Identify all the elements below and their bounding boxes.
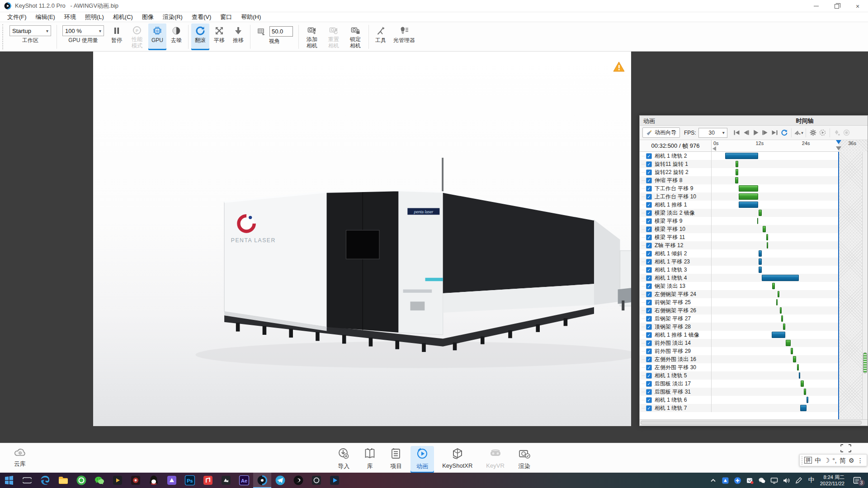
app-black-circle-icon[interactable] [289, 473, 307, 488]
taskbar-clock[interactable]: 8:24 周二 2022/11/22 [818, 474, 848, 487]
keyframe-bar[interactable] [739, 185, 758, 192]
work-area-start-marker[interactable] [712, 146, 716, 151]
screenshot-frame-icon[interactable] [840, 444, 852, 453]
track-label[interactable]: 旋转22 旋转 2 [655, 169, 689, 176]
performance-mode-button[interactable]: P性能模式 [127, 23, 147, 50]
tools-button[interactable]: 工具 [372, 23, 390, 50]
track-label[interactable]: Z轴 平移 12 [655, 242, 683, 249]
keyframe-bar[interactable] [739, 193, 758, 200]
scrollbar-thumb[interactable] [863, 352, 867, 373]
lock-camera-button[interactable]: 锁定相机 [345, 23, 366, 50]
menu-item[interactable]: 编辑(E) [31, 12, 60, 22]
track-label[interactable]: 后钢架 平移 27 [655, 315, 691, 323]
step-back-button[interactable] [741, 128, 751, 138]
animation-panel-header[interactable]: 动画 时间轴 [640, 116, 868, 126]
track-expander[interactable]: ⋯ [642, 276, 646, 280]
track-label[interactable]: 左侧外围 平移 30 [655, 364, 696, 371]
keyframe-bar[interactable] [778, 291, 779, 297]
ime-indicator[interactable]: 中 [805, 476, 818, 484]
track-checkbox[interactable]: ✓ [646, 194, 652, 200]
track-checkbox[interactable]: ✓ [646, 389, 652, 395]
player-blue-icon[interactable] [326, 473, 344, 488]
track-label[interactable]: 相机 1 推移 1 镜像 [655, 331, 699, 339]
track-label[interactable]: 相机 1 绕轨 3 [655, 266, 687, 274]
menu-item[interactable]: 照明(L) [80, 12, 108, 22]
dock-keyvr[interactable]: KeyVR [481, 446, 509, 473]
track-expander[interactable]: ⋯ [642, 195, 646, 199]
track-checkbox[interactable]: ✓ [646, 357, 652, 362]
realtime-viewport[interactable]: PENTA LASER penta laser [93, 52, 631, 426]
timeline-settings-button[interactable] [808, 128, 818, 138]
track-expander[interactable]: ⋯ [642, 211, 646, 215]
track-label[interactable]: 相机 1 绕轨 5 [655, 372, 687, 380]
track-checkbox[interactable]: ✓ [646, 226, 652, 232]
track-expander[interactable]: ⋯ [642, 374, 646, 378]
keyframe-bar[interactable] [767, 242, 768, 249]
keyframe-bar[interactable] [783, 324, 785, 330]
sogou-punctuation[interactable]: °, [832, 457, 837, 464]
menu-item[interactable]: 图像 [137, 12, 158, 22]
keyframe-bar[interactable] [793, 356, 797, 362]
keyframe-bar[interactable] [766, 234, 768, 240]
track-label[interactable]: 相机 1 平移 23 [655, 258, 690, 266]
track-label[interactable]: 后围板 淡出 17 [655, 380, 691, 388]
track-label[interactable]: 顶钢架 平移 28 [655, 323, 691, 331]
track-expander[interactable]: ⋯ [642, 244, 646, 248]
track-checkbox[interactable]: ✓ [646, 178, 652, 183]
denoise-button[interactable]: 去噪 [167, 23, 185, 50]
tray-wechat-icon[interactable] [756, 473, 768, 488]
keyframe-bar[interactable] [801, 380, 804, 387]
track-expander[interactable]: ⋯ [642, 357, 646, 361]
menu-item[interactable]: 文件(F) [3, 12, 31, 22]
photoshop-icon[interactable]: Ps [181, 473, 199, 488]
track-checkbox[interactable]: ✓ [646, 210, 652, 216]
keyframe-bar[interactable] [776, 299, 778, 305]
track-expander[interactable]: ⋯ [642, 252, 646, 256]
toolbar-drag-handle[interactable] [2, 24, 5, 49]
wechat-icon[interactable] [90, 473, 108, 488]
track-expander[interactable]: ⋯ [642, 300, 646, 305]
track-expander[interactable]: ⋯ [642, 325, 646, 329]
add-camera-button[interactable]: 添加相机 [302, 23, 322, 50]
app-red-icon[interactable] [199, 473, 217, 488]
pan-button[interactable]: 平移 [210, 23, 228, 50]
keyframe-bar[interactable] [799, 372, 800, 379]
dock-keyshotxr[interactable]: KeyShotXR [437, 446, 478, 473]
track-expander[interactable]: ⋯ [642, 390, 646, 394]
app-dark-icon[interactable] [217, 473, 235, 488]
track-expander[interactable]: ⋯ [642, 398, 646, 402]
keyframe-bar[interactable] [759, 210, 762, 216]
tray-blue-circle-icon[interactable] [731, 473, 744, 488]
record-button[interactable] [842, 128, 851, 138]
track-checkbox[interactable]: ✓ [646, 283, 652, 289]
track-checkbox[interactable]: ✓ [646, 348, 652, 354]
track-checkbox[interactable]: ✓ [646, 332, 652, 338]
tray-pen-icon[interactable] [793, 473, 805, 488]
track-label[interactable]: 相机 1 绕轨 6 [655, 396, 687, 404]
track-checkbox[interactable]: ✓ [646, 161, 652, 167]
track-label[interactable]: 右侧钢架 平移 26 [655, 307, 696, 314]
keyframe-bar[interactable] [725, 153, 758, 159]
track-expander[interactable]: ⋯ [642, 260, 646, 264]
track-label[interactable]: 横梁 平移 11 [655, 234, 685, 241]
tray-app-blue-icon[interactable] [719, 473, 731, 488]
dolly-button[interactable]: 推移 [229, 23, 247, 50]
sogou-cn-mode[interactable]: 中 [815, 457, 821, 464]
track-expander[interactable]: ⋯ [642, 341, 646, 345]
track-label[interactable]: 伸缩 平移 8 [655, 177, 682, 184]
track-checkbox[interactable]: ✓ [646, 316, 652, 322]
track-expander[interactable]: ⋯ [642, 406, 646, 410]
tray-display-icon[interactable] [768, 473, 780, 488]
track-checkbox[interactable]: ✓ [646, 291, 652, 297]
loop-button[interactable] [779, 128, 789, 138]
start-icon[interactable] [0, 473, 18, 488]
track-expander[interactable]: ⋯ [642, 170, 646, 174]
keyframe-bar[interactable] [780, 307, 782, 314]
fps-select[interactable]: 30 ▾ [698, 128, 727, 138]
app-dark2-icon[interactable] [307, 473, 326, 488]
track-label[interactable]: 钢架 淡出 13 [655, 282, 685, 290]
track-checkbox[interactable]: ✓ [646, 340, 652, 346]
dock-project[interactable]: 项目 [384, 446, 408, 473]
horizontal-scrollbar[interactable] [640, 419, 868, 426]
sogou-settings-icon[interactable]: ⚙ [849, 457, 854, 464]
